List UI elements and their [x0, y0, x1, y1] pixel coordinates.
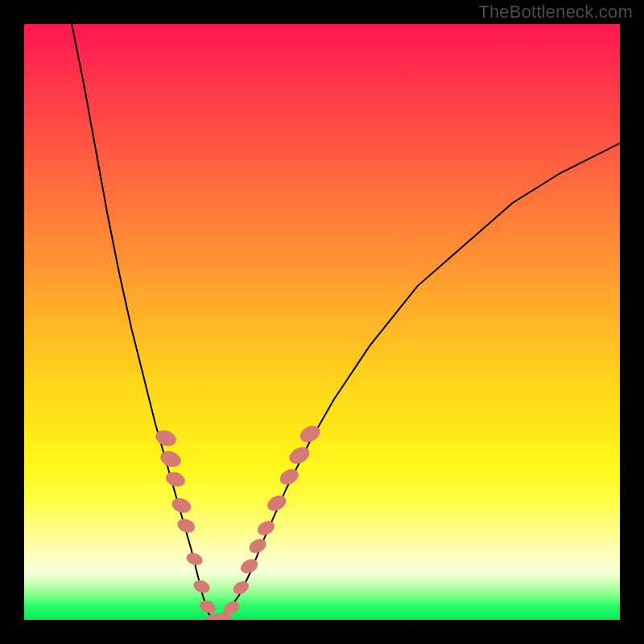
plot-area — [24, 24, 620, 620]
watermark-text: TheBottleneck.com — [478, 2, 633, 23]
curve-marker — [170, 496, 193, 516]
curve-marker — [164, 469, 188, 489]
chart-frame: TheBottleneck.com — [0, 0, 644, 644]
curve-marker — [210, 614, 228, 621]
curve-markers — [154, 423, 324, 620]
curve-marker — [198, 598, 218, 615]
curve-marker — [184, 551, 204, 568]
curve-marker — [231, 579, 251, 597]
curve-marker — [192, 578, 212, 595]
curve-marker — [175, 517, 197, 535]
curve-layer — [24, 24, 620, 620]
curve-marker — [158, 448, 183, 470]
curve-right-branch — [215, 143, 620, 620]
